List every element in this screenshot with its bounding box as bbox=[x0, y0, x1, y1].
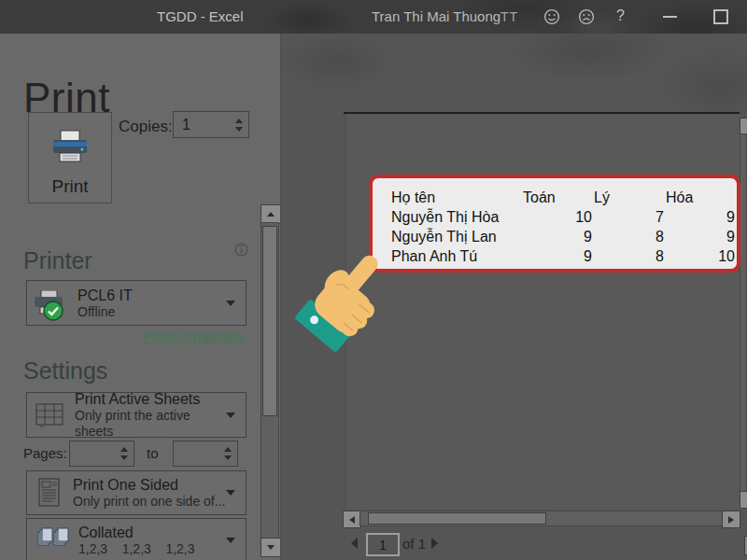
print-button[interactable]: Print bbox=[28, 112, 112, 203]
table-header: Toán bbox=[521, 188, 592, 207]
scrollbar-up-icon bbox=[267, 212, 275, 217]
spinner-up-icon[interactable] bbox=[235, 119, 243, 123]
table-cell: 8 bbox=[592, 227, 664, 246]
table-cell: Phan Anh Tú bbox=[391, 246, 521, 266]
scrollbar-thumb[interactable] bbox=[262, 226, 277, 416]
page-count-label: of 1 bbox=[402, 536, 426, 552]
scrollbar-down-icon bbox=[267, 545, 275, 550]
maximize-icon[interactable] bbox=[713, 9, 728, 24]
table-cell: 7 bbox=[592, 207, 664, 227]
sheet-grid-icon bbox=[35, 401, 65, 429]
minimize-icon[interactable] bbox=[663, 16, 677, 18]
collation-title: Collated bbox=[78, 524, 195, 541]
duplex-title: Print One Sided bbox=[73, 476, 225, 494]
print-settings-pane: Print Print Copies: 1 Printer bbox=[0, 34, 280, 560]
collated-pages-icon bbox=[35, 526, 69, 554]
dropdown-arrow-icon bbox=[226, 413, 235, 418]
print-what-subtitle: Only print the active sheets bbox=[75, 408, 226, 440]
hscroll-right-icon bbox=[728, 516, 734, 524]
hscroll-left-icon bbox=[349, 516, 355, 524]
help-icon[interactable]: ? bbox=[616, 7, 625, 24]
preview-scrollbar-down-button[interactable] bbox=[740, 491, 747, 509]
smiley-icon[interactable] bbox=[543, 8, 560, 25]
one-sided-page-icon bbox=[37, 478, 62, 508]
collation-subtitle: 1,2,3 1,2,3 1,2,3 bbox=[78, 541, 195, 557]
table-header: Họ tên bbox=[391, 188, 521, 207]
pages-to-label: to bbox=[147, 445, 159, 461]
spinner-up-icon[interactable] bbox=[120, 447, 128, 452]
settings-heading: Settings bbox=[23, 357, 107, 385]
printer-status: Offline bbox=[78, 304, 133, 320]
user-name[interactable]: Tran Thi Mai Thuong bbox=[372, 8, 500, 24]
pages-label: Pages: bbox=[23, 445, 67, 461]
title-bar: TGDD - Excel Tran Thi Mai Thuong TT ? bbox=[0, 0, 747, 34]
table-cell: 9 bbox=[664, 207, 735, 227]
printer-select[interactable]: PCL6 IT Offline bbox=[26, 280, 247, 326]
dropdown-arrow-icon bbox=[226, 538, 235, 543]
app-title: TGDD - Excel bbox=[157, 8, 244, 24]
dropdown-arrow-icon bbox=[226, 301, 235, 306]
table-cell: 8 bbox=[592, 246, 664, 266]
spinner-down-icon[interactable] bbox=[224, 455, 232, 460]
printer-device-icon bbox=[27, 285, 70, 322]
info-icon[interactable] bbox=[234, 243, 248, 257]
table-cell: Nguyễn Thị Lan bbox=[391, 227, 521, 246]
table-cell: Nguyễn Thị Hòa bbox=[391, 207, 521, 227]
preview-scrollbar-track[interactable] bbox=[740, 133, 747, 493]
print-what-title: Print Active Sheets bbox=[75, 390, 226, 408]
pages-to-stepper[interactable] bbox=[173, 441, 238, 467]
status-check-icon bbox=[43, 301, 63, 321]
table-cell: 10 bbox=[521, 207, 592, 227]
table-header: Hóa bbox=[664, 188, 735, 207]
hscroll-right-button[interactable] bbox=[722, 511, 740, 528]
prev-page-icon[interactable] bbox=[351, 538, 358, 549]
page-edge-line bbox=[344, 112, 740, 114]
user-initials-badge[interactable]: TT bbox=[500, 9, 518, 24]
copies-label: Copies: bbox=[119, 118, 173, 136]
duplex-select[interactable]: Print One Sided Only print on one side o… bbox=[26, 470, 247, 515]
spinner-down-icon[interactable] bbox=[120, 455, 128, 460]
preview-table: Họ tên Toán Lý Hóa Nguyễn Thị Hòa 10 7 9… bbox=[391, 188, 735, 266]
print-what-select[interactable]: Print Active Sheets Only print the activ… bbox=[26, 392, 247, 438]
table-cell: 9 bbox=[521, 246, 592, 266]
table-header: Lý bbox=[592, 188, 664, 207]
printer-icon bbox=[50, 130, 90, 165]
collation-select[interactable]: Collated 1,2,3 1,2,3 1,2,3 bbox=[26, 518, 247, 560]
scrollbar-up-button[interactable] bbox=[261, 204, 281, 224]
frown-icon[interactable] bbox=[578, 8, 595, 25]
duplex-subtitle: Only print on one side of... bbox=[73, 494, 225, 510]
printer-properties-link[interactable]: Printer Properties bbox=[0, 329, 244, 344]
copies-stepper[interactable]: 1 bbox=[173, 111, 249, 138]
copies-value: 1 bbox=[174, 117, 190, 133]
table-cell: 9 bbox=[664, 227, 735, 246]
printer-heading: Printer bbox=[23, 247, 92, 274]
next-page-icon[interactable] bbox=[431, 538, 438, 549]
scrollbar-down-button[interactable] bbox=[261, 538, 281, 557]
table-cell: 10 bbox=[664, 246, 735, 266]
page-number-input[interactable]: 1 bbox=[366, 533, 400, 556]
hscroll-thumb[interactable] bbox=[368, 512, 546, 525]
print-button-label: Print bbox=[29, 176, 111, 197]
dropdown-arrow-icon bbox=[226, 490, 235, 496]
hscroll-left-button[interactable] bbox=[343, 511, 361, 528]
pages-from-stepper[interactable] bbox=[69, 441, 134, 467]
spinner-down-icon[interactable] bbox=[235, 127, 243, 132]
table-cell: 9 bbox=[521, 227, 592, 246]
printer-name: PCL6 IT bbox=[78, 287, 133, 304]
spinner-up-icon[interactable] bbox=[224, 447, 232, 452]
